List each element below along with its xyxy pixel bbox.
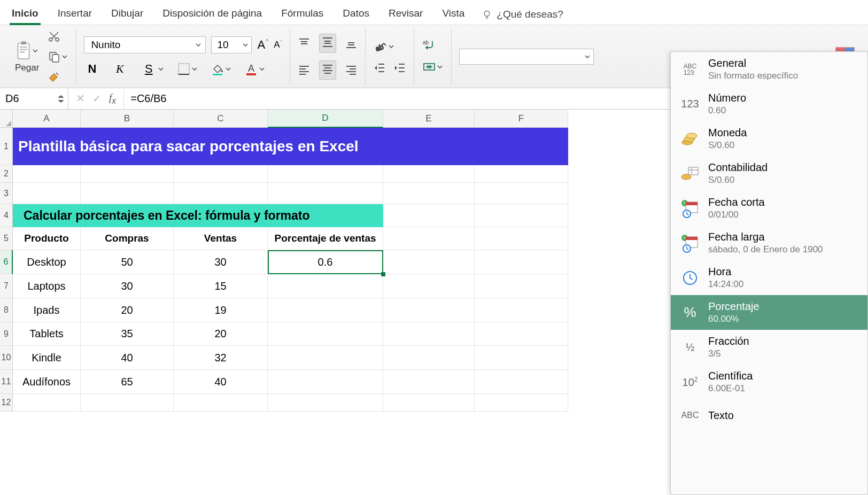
format-option-general[interactable]: ABC123GeneralSin formato específico — [671, 52, 867, 87]
cell[interactable] — [174, 165, 268, 183]
table-header[interactable]: Compras — [81, 227, 174, 250]
align-bottom-icon[interactable] — [345, 37, 358, 50]
row-header-2[interactable]: 2 — [0, 165, 13, 183]
cell[interactable] — [174, 183, 268, 204]
cell[interactable] — [13, 183, 81, 204]
copy-button[interactable] — [46, 49, 68, 64]
cut-button[interactable] — [46, 29, 68, 44]
cell[interactable]: Kindle — [13, 346, 81, 370]
cell[interactable]: Laptops — [13, 274, 81, 298]
ribbon-tab-fórmulas[interactable]: Fórmulas — [279, 4, 326, 25]
row-header-9[interactable]: 9 — [0, 322, 13, 346]
subtitle-cell[interactable]: Calcular porcentajes en Excel: fórmula y… — [13, 204, 383, 227]
table-header[interactable]: Producto — [13, 227, 81, 250]
cell[interactable]: 40 — [174, 370, 268, 394]
cell[interactable] — [268, 274, 383, 298]
cell[interactable] — [383, 370, 475, 394]
row-header-1[interactable]: 1 — [0, 128, 13, 165]
row-header-4[interactable]: 4 — [0, 204, 13, 227]
increase-indent-icon[interactable] — [393, 61, 406, 74]
cell[interactable]: 35 — [81, 322, 174, 346]
cell[interactable] — [383, 394, 475, 412]
column-header-A[interactable]: A — [13, 110, 81, 128]
align-middle-button[interactable] — [319, 34, 336, 53]
cell[interactable] — [383, 183, 475, 204]
row-header-5[interactable]: 5 — [0, 227, 13, 250]
underline-button[interactable]: S — [140, 61, 165, 77]
paste-button[interactable] — [15, 40, 39, 61]
accept-formula-button[interactable]: ✓ — [92, 92, 102, 105]
align-top-icon[interactable] — [298, 37, 311, 50]
format-painter-button[interactable] — [46, 69, 68, 84]
cell[interactable]: 30 — [81, 274, 174, 298]
column-header-C[interactable]: C — [174, 110, 268, 128]
cell[interactable] — [81, 183, 174, 204]
tell-me[interactable]: ¿Qué deseas? — [482, 9, 563, 20]
format-option-fecha-larga[interactable]: +Fecha largasábado, 0 de Enero de 1900 — [671, 226, 867, 260]
format-option-porcentaje[interactable]: %Porcentaje60.00% — [671, 295, 867, 330]
cell[interactable] — [475, 183, 568, 204]
cell[interactable]: 40 — [81, 346, 174, 370]
merge-button[interactable] — [422, 59, 444, 74]
fill-color-button[interactable] — [210, 61, 232, 76]
cell[interactable]: Audífonos — [13, 370, 81, 394]
font-name-combo[interactable]: Nunito — [84, 36, 206, 53]
name-box[interactable]: D6 — [0, 88, 68, 109]
cell[interactable]: Desktop — [13, 250, 81, 274]
cell[interactable] — [268, 322, 383, 346]
cell[interactable] — [475, 204, 568, 227]
name-box-spinner[interactable] — [57, 94, 65, 104]
cell[interactable] — [475, 346, 568, 370]
cell[interactable] — [13, 394, 81, 412]
cell[interactable]: 32 — [174, 346, 268, 370]
ribbon-tab-datos[interactable]: Datos — [340, 4, 371, 25]
column-header-D[interactable]: D — [268, 110, 383, 128]
orientation-button[interactable]: ab — [373, 39, 406, 54]
cell[interactable]: Ipads — [13, 298, 81, 322]
row-header-3[interactable]: 3 — [0, 183, 13, 204]
cell[interactable] — [268, 394, 383, 412]
cell[interactable] — [174, 394, 268, 412]
cell[interactable]: 15 — [174, 274, 268, 298]
format-option-contabilidad[interactable]: ContabilidadS/0.60 — [671, 156, 867, 191]
wrap-text-icon[interactable]: ab — [422, 39, 435, 52]
cell[interactable] — [383, 165, 475, 183]
format-option-hora[interactable]: Hora14:24:00 — [671, 260, 867, 295]
cell[interactable] — [383, 250, 475, 274]
row-header-12[interactable]: 12 — [0, 394, 13, 412]
column-header-F[interactable]: F — [475, 110, 568, 128]
cell[interactable] — [475, 394, 568, 412]
cell[interactable] — [475, 370, 568, 394]
cell[interactable] — [383, 322, 475, 346]
cell[interactable] — [475, 298, 568, 322]
cell[interactable] — [383, 274, 475, 298]
font-size-combo[interactable]: 10 — [211, 36, 252, 53]
cell[interactable] — [383, 298, 475, 322]
ribbon-tab-dibujar[interactable]: Dibujar — [109, 4, 145, 25]
column-header-B[interactable]: B — [81, 110, 174, 128]
row-header-10[interactable]: 10 — [0, 346, 13, 370]
cell[interactable] — [383, 227, 475, 250]
ribbon-tab-disposición-de-página[interactable]: Disposición de página — [160, 4, 264, 25]
cell[interactable]: 30 — [174, 250, 268, 274]
decrease-font-button[interactable]: Aˇ — [274, 40, 282, 50]
cell[interactable] — [383, 346, 475, 370]
format-option-científica[interactable]: 102Científica6.00E-01 — [671, 365, 867, 399]
fill-handle[interactable] — [381, 272, 385, 276]
align-left-icon[interactable] — [298, 64, 311, 76]
cell[interactable] — [268, 370, 383, 394]
cell[interactable]: 20 — [81, 298, 174, 322]
cell[interactable] — [268, 183, 383, 204]
borders-button[interactable] — [176, 61, 198, 76]
cell[interactable] — [383, 204, 475, 227]
format-option-número[interactable]: 123Número0.60 — [671, 87, 867, 121]
cell[interactable] — [475, 165, 568, 183]
row-header-11[interactable]: 11 — [0, 370, 13, 394]
cell[interactable]: 20 — [174, 322, 268, 346]
bold-button[interactable]: N — [84, 62, 100, 76]
format-option-moneda[interactable]: MonedaS/0.60 — [671, 121, 867, 156]
format-option-fecha-corta[interactable]: +Fecha corta0/01/00 — [671, 191, 867, 226]
cell[interactable]: 19 — [174, 298, 268, 322]
cell[interactable]: 0.6 — [268, 250, 383, 274]
font-color-button[interactable]: A — [244, 61, 266, 76]
